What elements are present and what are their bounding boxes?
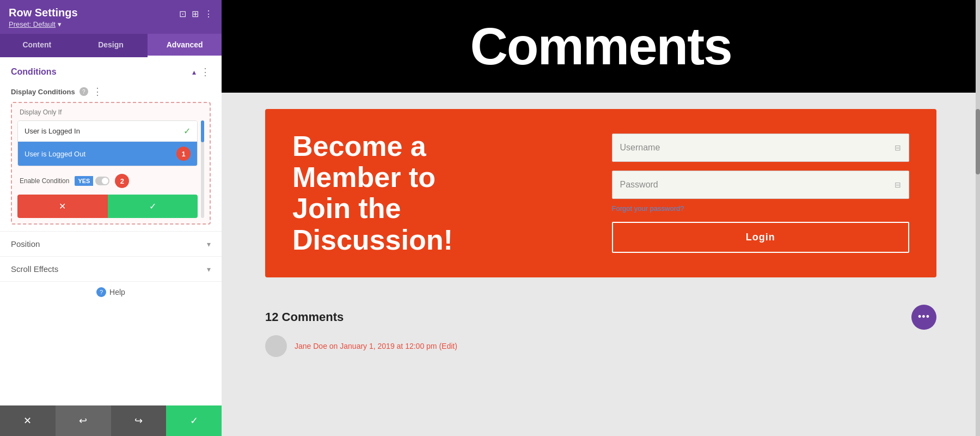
help-section[interactable]: ? Help — [0, 281, 222, 302]
scroll-effects-section[interactable]: Scroll Effects ▾ — [0, 256, 222, 281]
bottom-save-button[interactable]: ✓ — [166, 405, 222, 436]
redo-icon: ↪ — [134, 415, 143, 427]
member-box: Become aMember toJoin theDiscussion! Use… — [265, 109, 936, 277]
display-conditions-row: Display Conditions ? ⋮ — [0, 83, 222, 102]
bottom-redo-button[interactable]: ↪ — [111, 405, 167, 436]
password-icon: ⊟ — [895, 180, 901, 189]
member-section: Become aMember toJoin theDiscussion! Use… — [222, 93, 980, 294]
condition-badge-1: 1 — [176, 147, 191, 161]
condition-label-logged-out: User is Logged Out — [24, 150, 85, 158]
more-options-icon[interactable]: ⋮ — [204, 9, 213, 19]
bottom-bar: ✕ ↩ ↪ ✓ — [0, 405, 222, 436]
member-text: Become aMember toJoin theDiscussion! — [292, 131, 590, 256]
member-heading: Become aMember toJoin theDiscussion! — [292, 131, 590, 256]
toggle-yes-label[interactable]: YES — [75, 176, 93, 186]
tab-design[interactable]: Design — [74, 34, 148, 57]
scroll-effects-chevron-icon: ▾ — [207, 265, 211, 274]
tab-content[interactable]: Content — [0, 34, 74, 57]
right-scrollbar-thumb — [976, 109, 980, 174]
right-scrollbar[interactable] — [976, 0, 980, 436]
conditions-title: Conditions — [11, 67, 57, 77]
left-panel: Row Settings Preset: Default ▾ ⊡ ⊞ ⋮ Con… — [0, 0, 222, 436]
undo-icon: ↩ — [79, 415, 87, 427]
enable-condition-label: Enable Condition — [20, 177, 69, 185]
username-placeholder: Username — [620, 143, 660, 153]
conditions-scrollbar[interactable] — [201, 120, 204, 218]
comments-page-title: Comments — [222, 16, 980, 76]
display-conditions-label: Display Conditions — [11, 88, 75, 96]
fab-dots-icon: ••• — [918, 311, 930, 323]
condition-item-logged-in[interactable]: User is Logged In ✓ — [18, 121, 197, 142]
password-field[interactable]: Password ⊟ — [612, 171, 910, 199]
panel-title: Row Settings — [9, 7, 78, 19]
comments-fab-button[interactable]: ••• — [911, 305, 936, 330]
comment-meta: Jane Doe on January 1, 2019 at 12:00 pm … — [295, 342, 457, 350]
username-icon: ⊟ — [895, 143, 901, 152]
avatar — [265, 335, 287, 357]
confirm-condition-button[interactable]: ✓ — [108, 195, 198, 218]
conditions-section-header: Conditions ▴ ⋮ — [0, 57, 222, 83]
help-label: Help — [109, 288, 125, 296]
username-field[interactable]: Username ⊟ — [612, 134, 910, 162]
right-panel: Comments Become aMember toJoin theDiscus… — [222, 0, 980, 436]
position-chevron-icon: ▾ — [207, 240, 211, 249]
bottom-undo-button[interactable]: ↩ — [56, 405, 111, 436]
cancel-icon: ✕ — [23, 415, 32, 427]
cancel-condition-button[interactable]: ✕ — [17, 195, 108, 218]
panel-body: Conditions ▴ ⋮ Display Conditions ? ⋮ Di… — [0, 57, 222, 436]
comments-header: Comments — [222, 0, 980, 93]
comment-row: Jane Doe on January 1, 2019 at 12:00 pm … — [222, 330, 980, 362]
conditions-collapse-icon[interactable]: ▴ — [192, 68, 196, 76]
panel-header: Row Settings Preset: Default ▾ ⊡ ⊞ ⋮ — [0, 0, 222, 34]
display-only-if-label: Display Only If — [17, 108, 204, 116]
help-icon: ? — [96, 287, 106, 297]
condition-list: User is Logged In ✓ User is Logged Out 1 — [17, 120, 198, 166]
action-buttons: ✕ ✓ — [17, 195, 198, 218]
display-conditions-more-icon[interactable]: ⋮ — [93, 86, 102, 98]
panel-header-icons: ⊡ ⊞ ⋮ — [179, 9, 213, 19]
member-form: Username ⊟ Password ⊟ Forgot your passwo… — [612, 134, 910, 253]
password-placeholder: Password — [620, 180, 658, 190]
condition-badge-2: 2 — [115, 174, 129, 188]
position-section[interactable]: Position ▾ — [0, 231, 222, 256]
condition-check-logged-in: ✓ — [183, 126, 191, 136]
conditions-dashed-box: Display Only If User is Logged In ✓ User… — [11, 102, 211, 225]
conditions-scrollbar-thumb — [201, 120, 204, 142]
toggle-container: YES — [75, 176, 109, 186]
condition-label-logged-in: User is Logged In — [24, 127, 80, 135]
toggle-slider[interactable] — [95, 177, 109, 185]
fit-screen-icon[interactable]: ⊡ — [179, 9, 186, 19]
comments-count: 12 Comments — [265, 310, 344, 324]
forgot-password-link[interactable]: Forgot your password? — [612, 204, 684, 213]
columns-icon[interactable]: ⊞ — [192, 9, 199, 19]
panel-tabs: Content Design Advanced — [0, 34, 222, 57]
display-conditions-help-icon[interactable]: ? — [79, 87, 88, 96]
scroll-effects-label: Scroll Effects — [11, 264, 58, 274]
tab-advanced[interactable]: Advanced — [148, 34, 222, 57]
enable-condition-row: Enable Condition YES 2 — [17, 172, 198, 192]
bottom-cancel-button[interactable]: ✕ — [0, 405, 56, 436]
condition-item-logged-out[interactable]: User is Logged Out 1 — [18, 142, 197, 166]
position-label: Position — [11, 239, 40, 249]
panel-preset: Preset: Default ▾ — [9, 20, 78, 28]
conditions-more-icon[interactable]: ⋮ — [200, 66, 211, 78]
save-icon: ✓ — [190, 415, 198, 427]
login-button[interactable]: Login — [612, 222, 910, 253]
comments-count-section: 12 Comments ••• — [222, 294, 980, 330]
